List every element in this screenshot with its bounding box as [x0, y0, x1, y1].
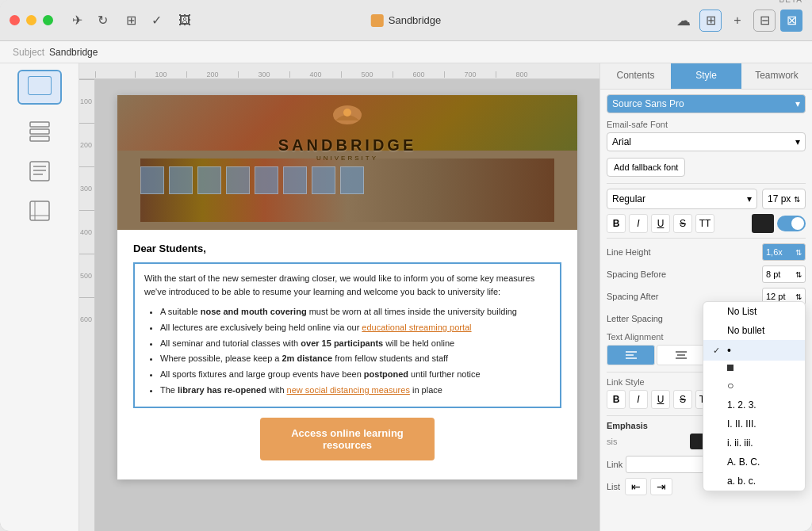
- dropdown-item-roman-lower[interactable]: i. ii. iii.: [703, 434, 805, 453]
- window-element: [340, 166, 364, 194]
- sidebar-text-icon[interactable]: [17, 154, 62, 189]
- list-style-dropdown: No List No bullet ✓ • ○: [703, 301, 806, 491]
- stepper-icon: ⇅: [795, 248, 802, 257]
- layers-icon[interactable]: ⊞: [120, 10, 142, 32]
- spacing-before-label: Spacing Before: [607, 269, 666, 279]
- minimize-button[interactable]: [26, 15, 36, 25]
- grid-icon[interactable]: ⊞: [699, 10, 722, 32]
- monospace-button[interactable]: TT: [695, 214, 714, 233]
- size-value: 17 px: [768, 193, 791, 204]
- tab-style[interactable]: Style: [671, 63, 741, 89]
- window-element: [197, 166, 221, 194]
- dropdown-item-no-list[interactable]: No List: [703, 302, 805, 321]
- dropdown-item-no-bullet[interactable]: No bullet: [703, 321, 805, 340]
- dropdown-item-roman-upper[interactable]: I. II. III.: [703, 414, 805, 434]
- ruler-mark: 400: [289, 71, 341, 78]
- italic-button[interactable]: I: [629, 214, 648, 233]
- format-value: Regular: [612, 193, 645, 204]
- align-center-button[interactable]: [657, 345, 705, 365]
- close-button[interactable]: [10, 15, 20, 25]
- cloud-icon[interactable]: ☁: [672, 10, 695, 32]
- toolbar-right: 🖼: [174, 10, 196, 32]
- dropdown-item-numeric[interactable]: 1. 2. 3.: [703, 395, 805, 414]
- text-toggle[interactable]: [777, 216, 806, 231]
- list-item: A suitable nose and mouth covering must …: [160, 304, 550, 320]
- maximize-button[interactable]: [43, 15, 53, 25]
- canvas-scroll[interactable]: SANDBRIDGE UNIVERSITY Dear Students, Wit…: [95, 79, 599, 531]
- line-height-row: Line Height 1,6x ⇅: [607, 243, 806, 261]
- link-italic-button[interactable]: I: [629, 390, 648, 409]
- underline-button[interactable]: U: [651, 214, 670, 233]
- toolbar-mid: ⊞ ✓: [120, 10, 167, 32]
- cta-button[interactable]: Access online learning resources: [260, 418, 435, 460]
- ruler-mark: 200: [186, 71, 238, 78]
- letter-spacing-label: Letter Spacing: [607, 314, 663, 323]
- link-bold-button[interactable]: B: [607, 390, 626, 409]
- image-icon[interactable]: 🖼: [174, 10, 196, 32]
- window-element: [255, 166, 278, 194]
- dropdown-item-square[interactable]: [703, 361, 805, 375]
- font-select[interactable]: Source Sans Pro ▾: [607, 94, 806, 113]
- bold-button[interactable]: B: [607, 214, 626, 233]
- align-left-button[interactable]: [607, 345, 655, 365]
- indent-button[interactable]: ⇥: [650, 478, 672, 495]
- ruler-mark: 700: [444, 71, 496, 78]
- subject-bar: Subject Sandbridge: [0, 41, 812, 63]
- chevron-icon: ▾: [795, 98, 800, 109]
- window-title-area: Sandbridge: [371, 14, 442, 27]
- list-item: The library has re-opened with new socia…: [160, 383, 550, 399]
- windows-row: [140, 166, 554, 194]
- line-height-input[interactable]: 1,6x ⇅: [762, 243, 806, 261]
- sidebar-list-icon[interactable]: [17, 114, 62, 149]
- right-toolbar: BETA ☁ ⊞ + ⊟ ⊠: [672, 10, 802, 32]
- spacing-before-row: Spacing Before 8 pt ⇅: [607, 266, 806, 283]
- svg-rect-5: [30, 162, 49, 181]
- svg-rect-1: [29, 77, 51, 94]
- layout-icon[interactable]: ⊟: [753, 10, 776, 32]
- tab-teamwork[interactable]: Teamwork: [741, 63, 812, 89]
- ruler-vertical: 100 200 300 400 500 600: [79, 79, 95, 531]
- refresh-icon[interactable]: ↻: [91, 10, 113, 32]
- strikethrough-button[interactable]: S: [673, 214, 692, 233]
- toolbar-left: ✈ ↻: [66, 10, 113, 32]
- add-fallback-button[interactable]: Add fallback font: [607, 158, 685, 177]
- dropdown-item-circle[interactable]: ○: [703, 375, 805, 395]
- list-item: Where possible, please keep a 2m distanc…: [160, 351, 550, 367]
- format-select[interactable]: Regular ▾: [607, 189, 757, 209]
- stepper-icon: ⇅: [795, 292, 802, 301]
- canvas-area: 100 200 300 400 500 600 700 800 100 200 …: [79, 63, 599, 531]
- sidebar-crop-icon[interactable]: [17, 193, 62, 228]
- email-text-block[interactable]: With the start of the new semester drawi…: [133, 262, 561, 408]
- wifi-icon[interactable]: ✈: [66, 10, 88, 32]
- plus-icon[interactable]: +: [726, 10, 749, 32]
- link-strikethrough-button[interactable]: S: [673, 390, 692, 409]
- email-header: SANDBRIDGE UNIVERSITY: [117, 95, 577, 230]
- ruler-h-marks: 100 200 300 400 500 600 700 800: [95, 63, 599, 79]
- window-element: [312, 166, 335, 194]
- university-logo: SANDBRIDGE UNIVERSITY: [117, 103, 577, 162]
- link-label: Link: [607, 460, 622, 469]
- dropdown-item-alpha-lower[interactable]: a. b. c.: [703, 472, 805, 491]
- format-size-row: Regular ▾ 17 px ⇅: [607, 189, 806, 209]
- link-underline-button[interactable]: U: [651, 390, 670, 409]
- emphasis-placeholder: sis: [607, 437, 617, 446]
- text-color-swatch[interactable]: [752, 214, 774, 233]
- columns-icon[interactable]: ⊠: [780, 10, 802, 32]
- email-body: Dear Students, With the start of the new…: [117, 230, 577, 479]
- email-safe-font-select[interactable]: Arial ▾: [607, 132, 806, 151]
- email-canvas: SANDBRIDGE UNIVERSITY Dear Students, Wit…: [117, 95, 577, 479]
- subject-value: Sandbridge: [49, 47, 98, 58]
- v-mark: 100: [79, 79, 94, 123]
- chevron-icon: ▾: [747, 193, 752, 204]
- sidebar-page-icon[interactable]: [17, 70, 62, 105]
- outdent-button[interactable]: ⇤: [625, 478, 647, 495]
- square-bullet-icon: [727, 365, 733, 371]
- check-icon[interactable]: ✓: [145, 10, 167, 32]
- dropdown-item-bullet[interactable]: ✓ •: [703, 340, 805, 361]
- size-input[interactable]: 17 px ⇅: [762, 189, 806, 209]
- dropdown-item-alpha-upper[interactable]: A. B. C.: [703, 453, 805, 472]
- spacing-before-input[interactable]: 8 pt ⇅: [762, 266, 806, 283]
- list-item: All lectures are exclusively being held …: [160, 320, 550, 336]
- svg-rect-9: [30, 201, 49, 220]
- tab-contents[interactable]: Contents: [600, 63, 671, 89]
